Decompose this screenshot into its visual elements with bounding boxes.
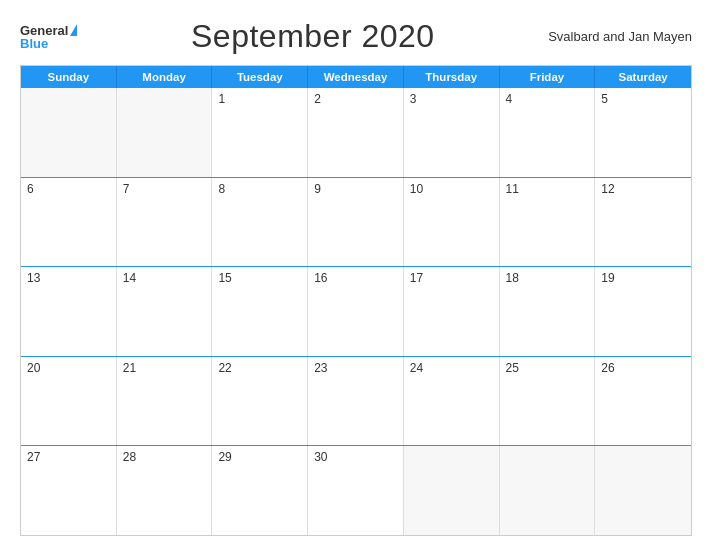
day-number: 22 — [218, 361, 301, 375]
day-number: 21 — [123, 361, 206, 375]
day-header-tuesday: Tuesday — [212, 66, 308, 88]
day-header-thursday: Thursday — [404, 66, 500, 88]
region-label: Svalbard and Jan Mayen — [548, 29, 692, 44]
day-number: 14 — [123, 271, 206, 285]
calendar-cell: 15 — [212, 267, 308, 356]
calendar-cell: 17 — [404, 267, 500, 356]
calendar-cell — [117, 88, 213, 177]
calendar-cell: 2 — [308, 88, 404, 177]
calendar-cell — [21, 88, 117, 177]
calendar-cell — [404, 446, 500, 535]
calendar-cell: 18 — [500, 267, 596, 356]
day-number: 20 — [27, 361, 110, 375]
day-number: 2 — [314, 92, 397, 106]
day-header-sunday: Sunday — [21, 66, 117, 88]
day-number: 26 — [601, 361, 685, 375]
day-number: 25 — [506, 361, 589, 375]
day-number: 3 — [410, 92, 493, 106]
day-number: 23 — [314, 361, 397, 375]
day-number: 29 — [218, 450, 301, 464]
day-number: 27 — [27, 450, 110, 464]
day-number: 6 — [27, 182, 110, 196]
day-header-wednesday: Wednesday — [308, 66, 404, 88]
calendar-cell: 19 — [595, 267, 691, 356]
day-number: 17 — [410, 271, 493, 285]
calendar-cell: 1 — [212, 88, 308, 177]
day-number: 13 — [27, 271, 110, 285]
calendar-week-5: 27282930 — [21, 446, 691, 535]
calendar-cell: 5 — [595, 88, 691, 177]
calendar-cell: 3 — [404, 88, 500, 177]
calendar-cell: 12 — [595, 178, 691, 267]
day-number: 15 — [218, 271, 301, 285]
day-number: 11 — [506, 182, 589, 196]
day-number: 16 — [314, 271, 397, 285]
calendar-cell: 9 — [308, 178, 404, 267]
day-number: 18 — [506, 271, 589, 285]
day-number: 4 — [506, 92, 589, 106]
logo-blue-text: Blue — [20, 37, 48, 50]
calendar-cell: 4 — [500, 88, 596, 177]
day-number: 19 — [601, 271, 685, 285]
calendar-cell: 11 — [500, 178, 596, 267]
calendar-cell — [500, 446, 596, 535]
day-number: 5 — [601, 92, 685, 106]
day-header-friday: Friday — [500, 66, 596, 88]
calendar-cell: 21 — [117, 357, 213, 446]
calendar-week-2: 6789101112 — [21, 178, 691, 268]
logo-triangle-icon — [70, 24, 77, 36]
calendar-cell: 8 — [212, 178, 308, 267]
day-number: 30 — [314, 450, 397, 464]
page-header: General Blue September 2020 Svalbard and… — [20, 18, 692, 55]
day-number: 8 — [218, 182, 301, 196]
calendar-cell: 20 — [21, 357, 117, 446]
calendar-cell: 24 — [404, 357, 500, 446]
calendar-week-3: 13141516171819 — [21, 267, 691, 357]
calendar-cell: 14 — [117, 267, 213, 356]
calendar-cell: 25 — [500, 357, 596, 446]
calendar-cell — [595, 446, 691, 535]
calendar-cell: 28 — [117, 446, 213, 535]
day-number: 10 — [410, 182, 493, 196]
calendar-cell: 7 — [117, 178, 213, 267]
calendar-page: General Blue September 2020 Svalbard and… — [0, 0, 712, 550]
month-title: September 2020 — [191, 18, 435, 55]
calendar-cell: 10 — [404, 178, 500, 267]
calendar-cell: 13 — [21, 267, 117, 356]
calendar-week-1: 12345 — [21, 88, 691, 178]
calendar-cell: 27 — [21, 446, 117, 535]
day-number: 28 — [123, 450, 206, 464]
calendar-cell: 6 — [21, 178, 117, 267]
calendar-week-4: 20212223242526 — [21, 357, 691, 447]
calendar-cell: 16 — [308, 267, 404, 356]
calendar-cell: 23 — [308, 357, 404, 446]
calendar-body: 1234567891011121314151617181920212223242… — [21, 88, 691, 535]
day-number: 1 — [218, 92, 301, 106]
calendar-cell: 22 — [212, 357, 308, 446]
calendar-cell: 30 — [308, 446, 404, 535]
logo: General Blue — [20, 24, 77, 50]
calendar-cell: 29 — [212, 446, 308, 535]
day-header-monday: Monday — [117, 66, 213, 88]
day-number: 7 — [123, 182, 206, 196]
day-number: 24 — [410, 361, 493, 375]
day-number: 12 — [601, 182, 685, 196]
day-number: 9 — [314, 182, 397, 196]
logo-general-text: General — [20, 24, 68, 37]
day-header-saturday: Saturday — [595, 66, 691, 88]
calendar-header: SundayMondayTuesdayWednesdayThursdayFrid… — [21, 66, 691, 88]
calendar-cell: 26 — [595, 357, 691, 446]
calendar-grid: SundayMondayTuesdayWednesdayThursdayFrid… — [20, 65, 692, 536]
